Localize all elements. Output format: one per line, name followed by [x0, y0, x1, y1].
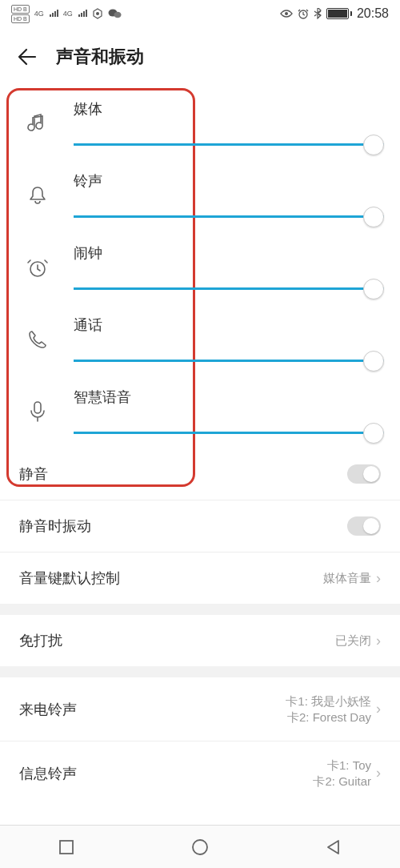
alarm-status-icon: [298, 8, 309, 19]
signal-4g-2: 4G: [63, 10, 73, 18]
ringtone-volume-slider[interactable]: [74, 207, 384, 227]
microphone-icon: [24, 388, 51, 436]
row-message-tone[interactable]: 信息铃声 卡1: Toy 卡2: Guitar ›: [0, 741, 400, 805]
triangle-left-icon: [325, 838, 342, 856]
phone-icon: [24, 315, 51, 364]
svg-point-9: [193, 840, 207, 854]
slider-thumb[interactable]: [363, 423, 384, 444]
volume-sliders-section: 媒体 铃声 闹钟: [0, 83, 400, 448]
slider-label: 闹钟: [74, 243, 384, 263]
slider-thumb[interactable]: [363, 207, 384, 227]
svg-rect-8: [60, 841, 73, 854]
row-value-line2: 卡2: Guitar: [313, 774, 371, 790]
row-dnd[interactable]: 免打扰 已关闭 ›: [0, 615, 400, 666]
row-incoming-ringtone[interactable]: 来电铃声 卡1: 我是小妖怪 卡2: Forest Day ›: [0, 677, 400, 741]
slider-label: 媒体: [74, 99, 384, 119]
square-icon: [58, 838, 75, 856]
status-left: HD B HD B 4G 4G: [11, 5, 122, 23]
page-title: 声音和振动: [56, 45, 144, 69]
slider-row-media: 媒体: [16, 88, 384, 160]
row-label: 信息铃声: [19, 764, 77, 783]
row-label: 免打扰: [19, 631, 62, 650]
wechat-icon: [108, 8, 122, 19]
nav-home-button[interactable]: [191, 838, 209, 856]
signal-bars-icon: [49, 10, 58, 18]
row-label: 音量键默认控制: [19, 569, 120, 588]
nav-recent-button[interactable]: [58, 838, 75, 856]
row-label: 来电铃声: [19, 700, 77, 719]
section-divider: [0, 666, 400, 677]
system-nav-bar: [0, 825, 400, 868]
hd-badge-1: HD B: [11, 5, 30, 14]
slider-label: 铃声: [74, 171, 384, 191]
media-volume-slider[interactable]: [74, 135, 384, 155]
signal-4g-1: 4G: [34, 10, 44, 18]
header: 声音和振动: [0, 27, 400, 83]
vibrate-toggle[interactable]: [347, 516, 381, 536]
slider-row-voice: 智慧语音: [16, 376, 384, 448]
slider-thumb[interactable]: [363, 351, 384, 372]
row-mute[interactable]: 静音: [0, 448, 400, 500]
row-volume-key-default[interactable]: 音量键默认控制 媒体音量 ›: [0, 553, 400, 604]
back-button[interactable]: [16, 46, 38, 68]
status-right: 20:58: [280, 6, 389, 21]
battery-icon: [326, 8, 352, 19]
bluetooth-icon: [314, 8, 322, 19]
music-note-icon: [24, 99, 51, 147]
status-bar: HD B HD B 4G 4G 20:58: [0, 0, 400, 27]
voice-volume-slider[interactable]: [74, 423, 384, 444]
slider-row-alarm: 闹钟: [16, 232, 384, 304]
nav-back-button[interactable]: [325, 838, 342, 856]
svg-rect-7: [34, 402, 41, 413]
svg-point-1: [96, 12, 99, 15]
slider-label: 智慧语音: [74, 388, 384, 407]
chevron-right-icon: ›: [376, 765, 381, 782]
hex-icon: [92, 8, 103, 19]
slider-row-ringtone: 铃声: [16, 160, 384, 232]
row-value: 媒体音量: [323, 571, 371, 586]
slider-label: 通话: [74, 315, 384, 335]
row-value-line1: 卡1: Toy: [313, 757, 371, 774]
hd-badge-2: HD B: [11, 14, 30, 23]
chevron-right-icon: ›: [376, 633, 381, 649]
slider-row-call: 通话: [16, 304, 384, 376]
slider-thumb[interactable]: [363, 279, 384, 299]
bell-icon: [24, 171, 51, 219]
chevron-right-icon: ›: [376, 570, 381, 587]
row-value-line2: 卡2: Forest Day: [286, 709, 371, 725]
svg-point-4: [285, 12, 288, 15]
svg-point-3: [114, 12, 121, 18]
chevron-right-icon: ›: [376, 701, 381, 717]
alarm-volume-slider[interactable]: [74, 279, 384, 299]
signal-bars-icon-2: [78, 10, 87, 18]
row-label: 静音时振动: [19, 516, 91, 536]
section-divider: [0, 604, 400, 615]
status-time: 20:58: [357, 6, 389, 21]
row-value-line1: 卡1: 我是小妖怪: [286, 693, 371, 709]
alarm-clock-icon: [24, 243, 51, 291]
slider-thumb[interactable]: [363, 135, 384, 155]
eye-icon: [280, 9, 293, 18]
circle-icon: [191, 838, 209, 856]
mute-toggle[interactable]: [347, 464, 381, 484]
arrow-left-icon: [17, 46, 38, 67]
row-label: 静音: [19, 464, 48, 484]
call-volume-slider[interactable]: [74, 351, 384, 372]
row-vibrate-on-mute[interactable]: 静音时振动: [0, 500, 400, 553]
row-value: 已关闭: [335, 633, 371, 649]
